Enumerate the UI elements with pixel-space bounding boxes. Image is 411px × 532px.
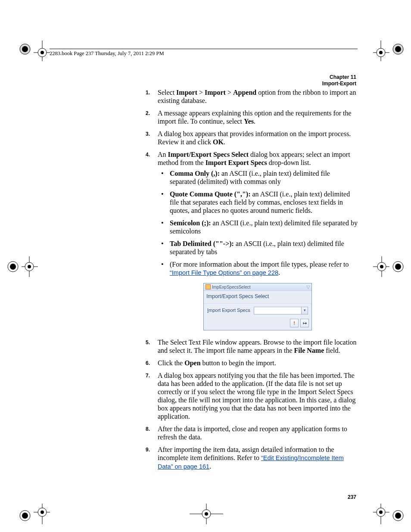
bullet-tab-delimited: •Tab Delimited (""->): an ASCII (i.e., p… [158,240,358,256]
step-8: 8. After the data is imported, close and… [146,425,358,441]
svg-point-23 [380,265,383,268]
dialog-app-icon [206,284,211,289]
step-number: 4. [146,151,150,159]
crop-mark [16,504,50,524]
step-number: 2. [146,109,150,118]
step-number: 9. [146,446,150,454]
imp-exp-specs-select-dialog: ImpExpSpecsSelect ▽ Import/Export Specs … [203,283,312,330]
svg-point-13 [379,51,383,54]
svg-point-26 [20,510,30,521]
svg-point-17 [28,265,31,268]
step-6: 6. Click the Open button to begin the im… [146,359,358,367]
chapter-number: Chapter 11 [322,74,356,81]
header-rule [50,49,358,49]
crop-mark [373,40,407,61]
dialog-exit-button[interactable]: ↦ [300,319,309,327]
svg-point-40 [202,510,211,518]
svg-point-27 [22,513,28,519]
chapter-heading: Chapter 11 Import-Export [322,74,356,87]
step-number: 1. [146,89,150,97]
crop-mark [4,256,38,277]
bullet-semicolon: •Semicolon (;): an ASCII (i.e., plain te… [158,219,358,235]
dialog-field-label: Import Export Specs [207,306,250,314]
svg-point-18 [8,261,18,272]
svg-point-16 [25,262,34,271]
bullet-icon: • [161,219,164,227]
dialog-window-title: ImpExpSpecsSelect [212,283,251,291]
dialog-screenshot: ImpExpSpecsSelect ▽ Import/Export Specs … [158,283,358,330]
bullet-icon: • [161,190,164,198]
step-5: 5. The Select Text File window appears. … [146,338,358,355]
bullet-icon: • [161,169,164,177]
svg-point-8 [393,44,403,54]
svg-point-31 [40,510,44,514]
bullet-icon: • [161,260,164,268]
step-4: 4. An Import/Export Specs Select dialog … [146,150,358,330]
step-9: 9. After importing the item data, assign… [146,445,358,471]
dialog-titlebar: ImpExpSpecsSelect ▽ [204,283,311,291]
step-2: 2. A message appears explaining this opt… [146,109,358,125]
step-number: 3. [146,130,150,138]
step-number: 8. [146,425,150,433]
svg-point-9 [395,46,401,52]
svg-point-0 [20,44,30,54]
dropdown-value[interactable] [254,307,301,314]
import-export-specs-dropdown[interactable]: ▾ [254,307,308,314]
bullet-comma-only: •Comma Only (,): an ASCII (i.e., plain t… [158,169,358,186]
step-7: 7. A dialog box appears notifying you th… [146,371,358,420]
crop-mark [373,256,407,277]
svg-point-12 [377,48,385,57]
step-3: 3. A dialog box appears that provides in… [146,130,358,146]
svg-point-22 [377,262,386,271]
svg-point-37 [379,510,383,514]
bullet-more-info: •(For more information about the import … [158,260,358,277]
bullet-quote-comma-quote: •Quote Comma Quote (","): an ASCII (i.e.… [158,190,358,215]
svg-point-36 [377,508,385,516]
chevron-down-icon[interactable]: ▾ [301,307,308,314]
svg-point-41 [205,512,208,516]
svg-point-32 [393,510,403,521]
svg-point-2 [22,46,28,52]
step-number: 6. [146,359,150,367]
svg-point-1 [20,44,30,54]
running-head: 2283.book Page 237 Thursday, July 7, 201… [50,50,164,57]
svg-point-19 [10,264,16,270]
step-1: 1. Select Import > Import > Append optio… [146,88,358,105]
step-number: 5. [146,339,150,347]
chapter-title: Import-Export [322,81,356,87]
svg-point-7 [393,44,403,54]
crop-mark [190,504,223,524]
dialog-close-icon[interactable]: ▽ [306,283,310,291]
dialog-header: Import/Export Specs Select [204,291,311,304]
crop-mark [16,40,50,61]
svg-point-5 [38,48,47,57]
link-import-file-type-options[interactable]: “Import File Type Options” on page 228 [170,269,278,276]
svg-point-33 [395,513,401,519]
svg-point-6 [40,51,44,54]
svg-point-25 [395,264,401,270]
crop-mark [373,504,407,524]
svg-point-30 [38,508,47,516]
svg-point-24 [393,261,403,272]
step-number: 7. [146,372,150,380]
bullet-icon: • [161,240,164,248]
page-number: 237 [348,494,356,500]
body-content: 1. Select Import > Import > Append optio… [146,88,358,475]
dialog-alert-button[interactable]: ! [290,319,299,327]
